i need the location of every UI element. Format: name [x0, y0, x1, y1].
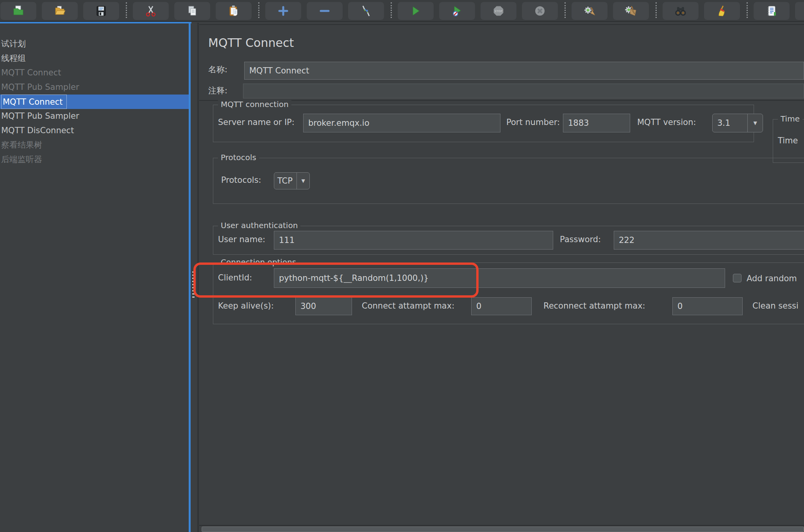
keep-alive-input[interactable]: [295, 297, 352, 315]
svg-text:STOP: STOP: [495, 10, 503, 13]
horizontal-scrollbar-thumb[interactable]: [202, 527, 804, 532]
help-button[interactable]: ?: [795, 2, 804, 20]
cut-button[interactable]: [132, 2, 169, 20]
clear-search-button[interactable]: [704, 2, 740, 20]
port-label: Port number:: [506, 118, 560, 127]
name-input[interactable]: [244, 62, 804, 80]
password-input[interactable]: [614, 231, 804, 250]
toggle-icon: [360, 5, 372, 17]
function-helper-icon: [765, 5, 778, 17]
connect-attempt-input[interactable]: [471, 297, 532, 315]
server-label: Server name or IP:: [218, 118, 295, 127]
panel-divider: [197, 23, 199, 532]
connection-options-legend: Connection options: [218, 257, 299, 267]
clear-all-icon: [625, 5, 637, 17]
test-plan-tree: 试计划 线程组 MQTT Connect MQTT Pub Sampler MQ…: [0, 23, 189, 532]
cut-icon: [145, 5, 157, 17]
remove-icon: [318, 5, 331, 17]
new-test-plan-button[interactable]: [0, 2, 37, 20]
toolbar-separator: [747, 2, 748, 18]
splitter-drag-handle[interactable]: [192, 271, 195, 299]
start-button[interactable]: [397, 2, 434, 20]
search-binoculars-icon: [674, 5, 687, 17]
toolbar: STOP ?: [0, 0, 804, 22]
mqtt-connection-group: MQTT connection Server name or IP: Port …: [213, 105, 754, 142]
save-button[interactable]: [83, 2, 120, 20]
protocols-select[interactable]: TCP ▼: [274, 172, 310, 189]
connect-attempt-label: Connect attampt max:: [362, 301, 454, 311]
open-file-button[interactable]: [41, 2, 78, 20]
paste-icon: [227, 5, 240, 17]
copy-icon: [186, 5, 198, 17]
save-icon: [95, 5, 107, 17]
tree-item-mqtt-pub-sampler-disabled[interactable]: MQTT Pub Sampler: [0, 80, 189, 95]
mqtt-version-select[interactable]: 3.1 ▼: [712, 114, 763, 132]
tree-item-label: 线程组: [1, 54, 26, 63]
add-random-checkbox[interactable]: [733, 274, 741, 282]
open-file-icon: [54, 5, 66, 17]
tree-item-label: MQTT DisConnect: [1, 126, 74, 135]
chevron-down-icon: ▼: [297, 173, 309, 189]
clear-button[interactable]: [571, 2, 608, 20]
mqtt-version-label: MQTT version:: [637, 118, 696, 127]
tree-item-mqtt-pub-sampler[interactable]: MQTT Pub Sampler: [0, 109, 189, 123]
clean-session-label: Clean sessi: [752, 301, 799, 311]
clear-icon: [583, 5, 596, 17]
tree-item-mqtt-disconnect[interactable]: MQTT DisConnect: [0, 123, 189, 138]
tree-splitter[interactable]: [189, 22, 191, 532]
panel-top-line: [199, 24, 804, 25]
connection-options-group: Connection options ClientId: Add random …: [213, 262, 804, 324]
toolbar-separator: [126, 2, 127, 18]
stop-button: STOP: [480, 2, 517, 20]
new-test-plan-icon: [12, 5, 25, 17]
search-button[interactable]: [662, 2, 699, 20]
port-input[interactable]: [563, 114, 630, 132]
protocols-value: TCP: [274, 173, 297, 189]
stop-icon: STOP: [492, 5, 505, 17]
function-helper-button[interactable]: [753, 2, 790, 20]
remove-element-button[interactable]: [306, 2, 343, 20]
tree-item-thread-group[interactable]: 线程组: [0, 51, 189, 66]
chevron-down-icon: ▼: [747, 114, 763, 132]
paste-button[interactable]: [215, 2, 252, 20]
add-icon: [277, 5, 289, 17]
tree-item-label: MQTT Connect: [1, 68, 61, 77]
toolbar-separator: [656, 2, 657, 18]
add-random-label: Add random: [747, 274, 797, 283]
clear-search-broom-icon: [716, 5, 728, 17]
page-title: MQTT Connect: [208, 36, 294, 50]
comment-label: 注释:: [208, 85, 227, 96]
tree-focus-border-top: [0, 22, 191, 23]
toggle-element-button[interactable]: [348, 2, 384, 20]
user-auth-legend: User authentication: [218, 221, 300, 230]
clientid-input[interactable]: [274, 268, 725, 288]
shutdown-button: [522, 2, 558, 20]
tree-item-backend-listener[interactable]: 后端监听器: [0, 152, 189, 167]
user-auth-group: User authentication User name: Password:: [213, 226, 804, 255]
toolbar-separator: [258, 2, 259, 18]
scrollbar-track: [199, 525, 804, 526]
reconnect-attempt-label: Reconnect attampt max:: [543, 301, 645, 311]
tree-item-label: MQTT Connect: [1, 95, 67, 109]
reconnect-attempt-input[interactable]: [672, 297, 743, 315]
protocols-legend: Protocols: [218, 153, 259, 162]
tree-item-label: 后端监听器: [1, 155, 42, 164]
clientid-label: ClientId:: [218, 273, 252, 282]
tree-item-mqtt-connect-disabled[interactable]: MQTT Connect: [0, 66, 189, 80]
tree-item-mqtt-connect-selected[interactable]: MQTT Connect: [0, 95, 189, 109]
timeout-legend: Time: [778, 114, 802, 123]
toolbar-separator: [391, 2, 392, 18]
start-no-pauses-button[interactable]: [439, 2, 475, 20]
copy-button[interactable]: [174, 2, 211, 20]
start-icon: [409, 5, 422, 17]
tree-item-label: MQTT Pub Sampler: [1, 82, 79, 92]
add-element-button[interactable]: [265, 2, 302, 20]
password-label: Password:: [560, 235, 601, 244]
comment-input[interactable]: [243, 84, 804, 98]
clear-all-button[interactable]: [613, 2, 649, 20]
tree-item-test-plan[interactable]: 试计划: [0, 37, 189, 51]
username-input[interactable]: [274, 231, 553, 250]
server-input[interactable]: [303, 114, 500, 132]
tree-item-view-results-tree[interactable]: 察看结果树: [0, 138, 189, 152]
timeout-group: Time Time: [773, 119, 804, 163]
